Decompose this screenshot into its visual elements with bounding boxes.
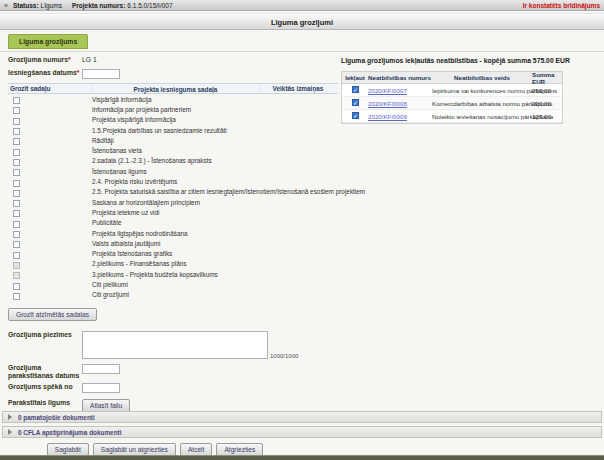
amendment-notes-textarea[interactable] [82,331,268,359]
section-label: Rādītāji [92,137,114,144]
signing-date-label: Grozījuma parakstīšanas datums [8,364,82,380]
nonconformity-row: 2020/KF/0009 Noteikto ieviešanas nosacīj… [342,110,562,123]
expand-arrow-icon [8,429,12,435]
top-status-bar: » Statuss: Līgums Projekta numurs: 6.1.5… [0,0,604,11]
sections-table-body: Vispārīgā informācija Informācija par pr… [8,94,338,300]
section-label: 2.pielikums - Finansēšanas plāns [92,260,187,267]
effective-date-input[interactable] [82,383,120,393]
include-checkbox[interactable] [352,99,359,106]
accordion-supporting-documents[interactable]: 0 pamatojošie dokumenti [2,411,602,423]
footer-bar [0,455,604,460]
page-title: Līguma grozījumi [0,13,604,30]
col-iesnieguma-sadala: Projekta iesnieguma sadaļa [92,84,260,93]
section-checkbox[interactable] [13,272,20,279]
section-label: Publicitāte [92,219,122,226]
section-checkbox[interactable] [13,231,20,238]
section-checkbox[interactable] [13,210,20,217]
col-ieklaut: Iekļaut [342,74,368,81]
section-row: Citi grozījumi [8,290,338,300]
section-label: Vispārīgā informācija [92,96,152,103]
section-label: 1.5.Projekta darbības un sasniedzamie re… [92,127,227,134]
nonconformity-type: Komercdarbības atbalsta normu pārkāpums [432,100,532,107]
section-checkbox[interactable] [13,221,20,228]
nonconformity-number-link[interactable]: 2020/KF/0007 [368,87,407,94]
section-checkbox[interactable] [13,241,20,248]
nonconformity-number-link[interactable]: 2020/KF/0008 [368,100,407,107]
section-checkbox[interactable] [13,252,20,259]
amendment-number-value: LG 1 [82,56,97,63]
choose-file-button[interactable]: Atlasīt failu [82,399,130,412]
status-label: Statuss: [13,2,39,9]
character-counter: 1000/1000 [270,353,298,359]
nonconformity-row: 2020/KF/0007 Iepirkuma vai konkurences n… [342,84,562,97]
collapse-arrow-icon[interactable]: » [4,2,8,9]
nonconformity-sum: 250.00 [532,87,562,94]
project-number-label: Projekta numurs: [72,2,125,9]
section-checkbox[interactable] [13,138,20,145]
include-checkbox[interactable] [352,86,359,93]
signed-contract-label: Parakstītais līgums [8,399,82,407]
section-checkbox[interactable] [13,107,20,114]
project-number-value: 6.1.5.0/15/I/007 [127,2,172,9]
col-neatbilstibas-numurs: Neatbilstības numurs [368,74,432,81]
section-label: 2.5. Projekta saturiskā saistība ar citi… [92,188,365,195]
nonconformity-type: Noteikto ieviešanas nosacījumu pārkāpšan… [432,113,532,120]
section-label: Projekta ilgtspējas nodrošināšana [92,230,188,237]
warning-message[interactable]: Ir konstatēts brīdinājums [523,2,600,9]
accordion-label: 0 CFLA apstiprinājuma dokumenti [18,429,121,436]
amendment-form: Grozījuma numurs* LG 1 Iesniegšanas datu… [8,56,338,412]
section-label: Projekta īstenošanas grafiks [92,250,172,257]
include-checkbox[interactable] [352,112,359,119]
nonconformity-row: 2020/KF/0008 Komercdarbības atbalsta nor… [342,97,562,110]
section-label: Valsts atbalsta jautājumi [92,240,160,247]
section-checkbox[interactable] [13,262,20,269]
section-checkbox[interactable] [13,283,20,290]
amendment-notes-label: Grozījuma piezīmes [8,331,82,339]
accordion-cfla-approval-documents[interactable]: 0 CFLA apstiprinājuma dokumenti [2,426,602,438]
section-checkbox[interactable] [13,149,20,156]
status-value: Līgums [41,2,62,9]
nonconformities-title: Līguma grozījumos iekļautās neatbilstība… [341,57,596,64]
section-label: Projekta vispārīgā informācija [92,116,176,123]
signing-date-input[interactable] [82,364,120,374]
section-label: 3.pielikums - Projekta budžeta kopsavilk… [92,271,218,278]
nonconformities-panel: Līguma grozījumos iekļautās neatbilstība… [341,57,596,124]
section-label: Īstenošanas vieta [92,147,142,154]
section-label: Informācija par projekta partneriem [92,106,191,113]
section-label: Projekta ietekme uz vidi [92,209,160,216]
col-veiktas-izmainas: Veiktās izmaiņas [260,83,336,94]
nonconformities-table: Iekļaut Neatbilstības numurs Neatbilstīb… [341,71,563,124]
nonconformity-number-link[interactable]: 2020/KF/0009 [368,113,407,120]
accordion-label: 0 pamatojošie dokumenti [18,414,95,421]
edit-marked-sections-button[interactable]: Grozīt atzīmētās sadaļas [8,308,97,321]
nonconformity-sum: 125.00 [532,113,562,120]
nonconformity-sum: 200.00 [532,100,562,107]
col-summa-eur: Summa EUR [532,71,562,85]
submission-date-label: Iesniegšanas datums* [8,69,82,77]
section-label: Īstenošanas ilgums [92,168,147,175]
col-neatbilstibas-veids: Neatbilstības veids [432,74,532,81]
section-checkbox[interactable] [13,118,20,125]
effective-date-label: Grozījums spēkā no [8,383,82,391]
section-label: Citi pielikumi [92,281,128,288]
section-checkbox[interactable] [13,97,20,104]
section-label: Citi grozījumi [92,291,129,298]
expand-arrow-icon [8,414,12,420]
tab-liguma-grozijums[interactable]: Līguma grozījums [8,34,88,49]
section-checkbox[interactable] [13,169,20,176]
section-checkbox[interactable] [13,190,20,197]
submission-date-input[interactable] [82,69,120,79]
section-label: 2.sadaļa (2.1.-2.3.) - Īstenošanas aprak… [92,157,212,164]
section-checkbox[interactable] [13,293,20,300]
amendment-number-label: Grozījuma numurs* [8,56,82,64]
section-checkbox[interactable] [13,128,20,135]
nonconformity-type: Iepirkuma vai konkurences normu pārkāpum… [432,87,532,94]
tab-bar: Līguma grozījums [0,31,604,52]
section-checkbox[interactable] [13,200,20,207]
nonconformities-header: Iekļaut Neatbilstības numurs Neatbilstīb… [342,72,562,84]
section-checkbox[interactable] [13,159,20,166]
nonconformities-body: 2020/KF/0007 Iepirkuma vai konkurences n… [342,84,562,123]
section-label: 2.4. Projekta risku izvērtējums [92,178,177,185]
section-label: Saskaņa ar horizontālajiem principiem [92,199,200,206]
section-checkbox[interactable] [13,180,20,187]
